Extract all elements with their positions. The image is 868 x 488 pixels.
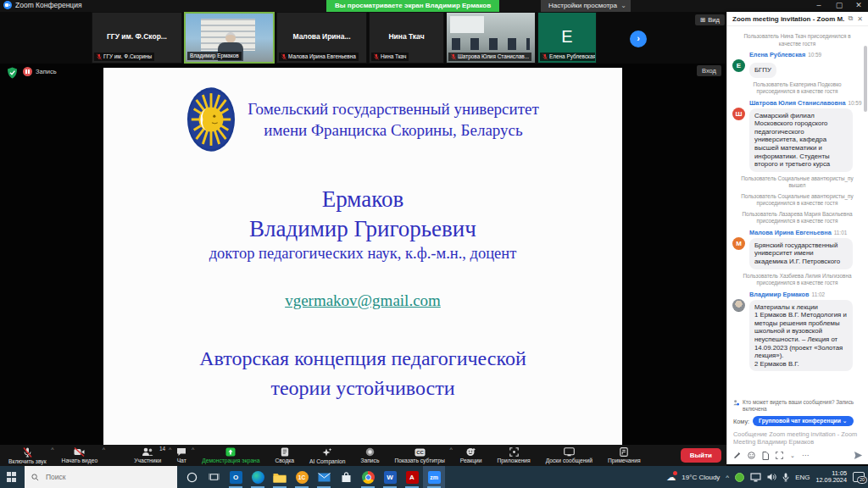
chat-message: М Малова Ирина Евгеньевна11:01 Брянский …	[732, 229, 862, 269]
cortana-button[interactable]	[181, 466, 203, 488]
video-tile-tkach[interactable]: Нина Ткач Нина Ткач	[369, 12, 444, 64]
view-settings-button[interactable]: Настройки просмотра⌄	[541, 0, 631, 12]
taskbar-store[interactable]	[335, 466, 357, 488]
message-time: 11:02	[812, 291, 826, 297]
chevron-down-icon[interactable]: ⌄	[790, 452, 795, 459]
video-tile-ggu[interactable]: ГГУ им. Ф.Скор... ГГУ им. Ф.Скорины	[92, 12, 182, 64]
reactions-button[interactable]: Реакции	[457, 445, 486, 466]
microphone-icon[interactable]	[782, 473, 789, 482]
popout-icon[interactable]: ⧉	[849, 14, 854, 23]
video-tile-rublevskaya[interactable]: E Елена Рублевская	[537, 12, 597, 64]
taskbar-outlook[interactable]: O	[225, 466, 247, 488]
task-view-button[interactable]	[203, 466, 225, 488]
close-chat-icon[interactable]: ✕	[857, 15, 863, 23]
cc-icon: CC	[415, 448, 426, 457]
format-text-icon[interactable]	[733, 452, 741, 459]
chevron-up-icon[interactable]: ^	[51, 446, 53, 452]
tray-green-app-icon[interactable]	[735, 473, 744, 482]
video-tile-malova[interactable]: Малова Ирина... Малова Ирина Евгеньевна	[276, 12, 367, 64]
screenshot-icon[interactable]	[776, 452, 783, 459]
network-icon[interactable]	[750, 473, 761, 482]
chat-messages[interactable]: Пользователь Нина Ткач присоединился в к…	[727, 27, 868, 396]
search-icon	[31, 474, 39, 481]
chat-panel: Zoom meeting invitation - Zoom M... ⧉ ✕ …	[726, 12, 868, 464]
svg-text:CC: CC	[416, 450, 424, 455]
chat-scrollbar[interactable]	[864, 46, 867, 112]
recording-label: Запись	[36, 68, 57, 75]
unmute-button[interactable]: Включить звук^	[5, 445, 50, 466]
participants-icon	[142, 447, 153, 457]
chat-header: Zoom meeting invitation - Zoom M... ⧉ ✕	[727, 12, 868, 26]
chevron-up-icon[interactable]: ^	[449, 446, 452, 452]
next-participants-button[interactable]: ›	[630, 30, 647, 47]
weather-text[interactable]: 19°C Cloudy	[682, 474, 720, 481]
start-video-button[interactable]: Начать видео^	[58, 445, 102, 466]
minimize-button[interactable]: –	[810, 0, 828, 12]
close-button[interactable]: ✕	[849, 0, 868, 12]
captions-button[interactable]: CC Показать субтитры^	[391, 445, 448, 466]
taskbar-zoom[interactable]: zm	[423, 466, 445, 488]
taskbar-clock[interactable]: 11:05 12.09.2024	[815, 470, 847, 485]
muted-mic-icon	[374, 53, 379, 60]
sender-name: Малова Ирина Евгеньевна	[749, 229, 832, 236]
notification-center-button[interactable]: 20	[853, 472, 865, 482]
video-tile-ermakov[interactable]: Владимир Ермаков	[184, 12, 275, 64]
tray-expand-icon[interactable]: ^	[726, 474, 729, 481]
taskbar-explorer[interactable]	[269, 466, 291, 488]
document-icon	[281, 447, 289, 457]
whiteboards-button[interactable]: Доски сообщений	[542, 445, 596, 466]
taskbar-1c[interactable]: 1С	[291, 466, 313, 488]
tile-center-name: Нина Ткач	[370, 32, 443, 41]
system-tray: ☁ 19°C Cloudy ^ ENG 11:05 12.09.2024 20	[666, 470, 868, 485]
chat-message: Ш Шатрова Юлия Станиславовна10:59 Самарс…	[732, 99, 862, 172]
maximize-button[interactable]: ▢	[830, 0, 849, 12]
system-message: Пользователь Нина Ткач присоединился в к…	[737, 33, 857, 47]
taskbar-search[interactable]	[25, 466, 177, 488]
notes-button[interactable]: Примечания	[604, 445, 644, 466]
send-icon[interactable]	[854, 451, 863, 460]
chevron-up-icon[interactable]: ^	[169, 446, 171, 452]
taskbar-mail[interactable]	[313, 466, 335, 488]
taskbar-edge[interactable]	[247, 466, 269, 488]
file-attach-icon[interactable]	[762, 452, 769, 460]
avatar-photo	[732, 299, 745, 312]
taskbar-chrome[interactable]	[357, 466, 379, 488]
slide-email-link: vgermakov@gmail.com	[103, 291, 622, 310]
edge-icon	[252, 471, 264, 484]
chevron-up-icon[interactable]: ^	[192, 446, 194, 452]
search-input[interactable]	[44, 472, 154, 482]
app-title: Zoom Конференция	[15, 1, 82, 9]
chevron-up-icon[interactable]: ^	[103, 446, 105, 452]
zoom-app-window: Zoom Конференция Вы просматриваете экран…	[0, 0, 868, 488]
apps-button[interactable]: Приложения	[494, 445, 534, 466]
classroom-desks	[452, 38, 530, 50]
video-tile-shatrova[interactable]: Шатрова Юлия Станислав...	[446, 12, 536, 64]
volume-icon[interactable]	[767, 473, 776, 481]
tile-name-label: ГГУ им. Ф.Скорины	[94, 53, 154, 61]
entry-chip: Вход	[697, 65, 721, 76]
start-button[interactable]	[7, 472, 17, 482]
camera-muted-icon	[74, 447, 85, 457]
summary-button[interactable]: Сводка	[272, 445, 298, 466]
tile-center-name: Малова Ирина...	[277, 32, 366, 41]
taskbar-word[interactable]: W	[379, 466, 401, 488]
leave-meeting-button[interactable]: Выйти	[681, 448, 721, 463]
chat-bubble-icon	[176, 447, 186, 457]
taskbar-acrobat[interactable]: A	[401, 466, 423, 488]
record-button[interactable]: Запись	[357, 445, 382, 466]
view-layout-button[interactable]: ⊞Вид	[695, 14, 725, 25]
weather-cloud-icon[interactable]: ☁	[666, 472, 676, 483]
chat-button[interactable]: Чат^	[173, 445, 190, 466]
message-time: 11:01	[834, 230, 848, 236]
windows-taskbar: O 1С W A zm ☁ 19°C Cloudy ^ ENG	[0, 466, 868, 488]
chat-message-input[interactable]: Сообщение Zoom meeting invitation - Zoom…	[733, 430, 863, 446]
participants-button[interactable]: Участники 14 ^	[131, 445, 164, 466]
more-options-icon[interactable]: ⋯	[802, 452, 810, 459]
recording-indicator[interactable]: Запись	[23, 67, 57, 76]
emoji-icon[interactable]	[748, 452, 755, 459]
ai-companion-button[interactable]: AI Companion	[306, 445, 348, 466]
pause-record-icon	[23, 67, 32, 76]
share-screen-button[interactable]: Демонстрация экрана	[198, 445, 263, 466]
recipient-selector[interactable]: Групповой чат конференции ⌄	[753, 416, 853, 426]
language-indicator[interactable]: ENG	[795, 474, 810, 481]
